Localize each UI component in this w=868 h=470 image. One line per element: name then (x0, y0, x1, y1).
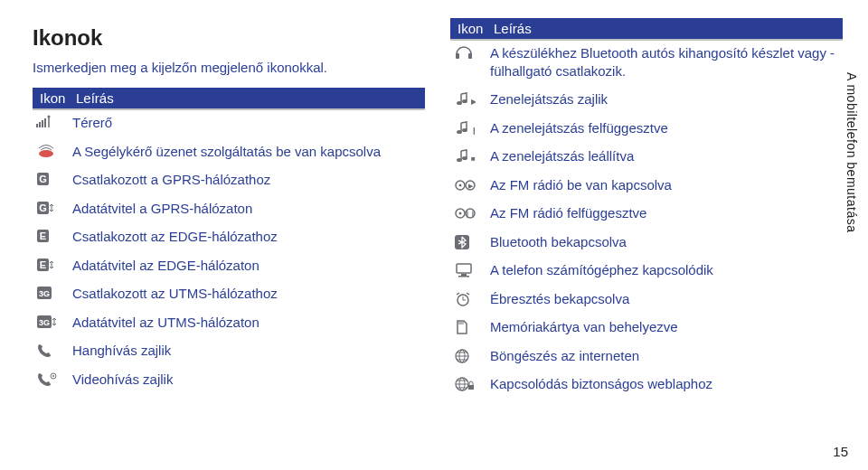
svg-rect-3 (44, 118, 46, 127)
side-label: A mobiltelefon bemutatása (844, 72, 859, 233)
sd-icon (454, 318, 490, 335)
right-column: Ikon Leírás A készülékhez Bluetooth autó… (450, 18, 843, 399)
row-description: Csatlakozott az UTMS-hálózathoz (72, 285, 421, 303)
row-description: Adatátvitel a GPRS-hálózaton (72, 200, 421, 218)
table-row: A Segélykérő üzenet szolgáltatás be van … (33, 137, 425, 166)
header-desc: Leírás (76, 90, 418, 106)
table-row: ▶Zenelejátszás zajlik (450, 85, 843, 114)
svg-rect-22 (468, 53, 472, 59)
table-row: ❙❙A zenelejátszás felfüggesztve (450, 114, 843, 143)
table-row: Bluetooth bekapcsolva (450, 228, 843, 257)
row-description: Csatlakozott az EDGE-hálózathoz (72, 228, 421, 246)
svg-point-24 (462, 99, 467, 103)
svg-rect-42 (461, 274, 467, 276)
G-icon: G (36, 171, 72, 186)
pc-icon (454, 261, 490, 278)
table-row: GAdatátvitel a GPRS-hálózaton (33, 194, 425, 223)
alarm-icon (454, 290, 490, 307)
signal-icon (36, 114, 72, 129)
row-description: Zenelejátszás zajlik (490, 90, 839, 108)
globes-icon (454, 375, 490, 392)
svg-point-37 (459, 212, 462, 215)
svg-text:3G: 3G (39, 289, 50, 298)
table-row: 3GAdatátvitel az UTMS-hálózaton (33, 308, 425, 337)
row-description: Az FM rádió felfüggesztve (490, 204, 839, 222)
Etx-icon: E (36, 257, 72, 272)
row-description: Hanghívás zajlik (72, 342, 421, 360)
svg-text:❙❙: ❙❙ (465, 211, 476, 218)
header-icon: Ikon (458, 21, 494, 36)
svg-text:■: ■ (471, 155, 476, 163)
svg-point-5 (48, 116, 51, 118)
svg-rect-21 (456, 53, 459, 59)
svg-rect-2 (42, 120, 43, 127)
table-row: Böngészés az interneten (450, 342, 843, 371)
row-description: A készülékhez Bluetooth autós kihangosít… (490, 44, 839, 80)
svg-text:▶: ▶ (471, 98, 476, 106)
table-row: 3GCsatlakozott az UTMS-hálózathoz (33, 279, 425, 308)
svg-point-30 (462, 156, 467, 160)
row-description: Kapcsolódás biztonságos weblaphoz (490, 375, 839, 393)
table-row: ■A zenelejátszás leállítva (450, 142, 843, 171)
page-number: 15 (833, 444, 848, 459)
table-row: A telefon számítógéphez kapcsolódik (450, 256, 843, 285)
svg-text:E: E (40, 259, 46, 270)
svg-rect-41 (457, 264, 471, 273)
svg-rect-43 (458, 276, 469, 277)
svg-point-27 (462, 128, 467, 132)
call-icon (36, 342, 72, 359)
row-description: Bluetooth bekapcsolva (490, 233, 839, 251)
page-title: Ikonok (33, 25, 425, 51)
fm-icon: ▶ (454, 176, 490, 193)
table-row: Térerő (33, 108, 425, 137)
table-row: ECsatlakozott az EDGE-hálózathoz (33, 222, 425, 251)
globe-icon (454, 347, 490, 364)
sos-icon (36, 143, 72, 158)
svg-rect-62 (468, 385, 474, 390)
svg-point-23 (457, 101, 462, 105)
svg-text:G: G (39, 202, 47, 213)
vcall-icon (36, 371, 72, 388)
row-description: Memóriakártya van behelyezve (490, 318, 839, 336)
left-column: Ikonok Ismerkedjen meg a kijelzőn megjel… (33, 18, 425, 399)
svg-text:❙❙: ❙❙ (471, 127, 476, 135)
header-icon: Ikon (40, 90, 76, 106)
svg-line-47 (457, 293, 459, 295)
row-description: Csatlakozott a GPRS-hálózathoz (72, 171, 421, 189)
music-icon: ▶ (454, 90, 490, 108)
table-row: GCsatlakozott a GPRS-hálózathoz (33, 165, 425, 194)
svg-point-20 (52, 375, 54, 377)
table-row: Memóriakártya van behelyezve (450, 313, 843, 342)
E-icon: E (36, 228, 72, 243)
svg-point-26 (457, 130, 462, 134)
svg-text:3G: 3G (39, 318, 50, 327)
row-description: Az FM rádió be van kapcsolva (490, 176, 839, 194)
svg-point-6 (39, 150, 53, 157)
row-description: Böngészés az interneten (490, 347, 839, 365)
header-desc: Leírás (494, 21, 835, 36)
row-description: A zenelejátszás felfüggesztve (490, 119, 839, 137)
row-description: Adatátvitel az EDGE-hálózaton (72, 257, 421, 275)
svg-point-33 (459, 183, 462, 186)
svg-line-48 (467, 293, 469, 295)
row-description: A telefon számítógéphez kapcsolódik (490, 261, 839, 279)
fmp-icon: ❙❙ (454, 204, 490, 221)
table-row: Videohívás zajlik (33, 365, 425, 394)
table-header-left: Ikon Leírás (33, 88, 425, 108)
bthead-icon (454, 44, 490, 61)
3G-icon: 3G (36, 285, 72, 300)
intro-text: Ismerkedjen meg a kijelzőn megjelenő iko… (33, 60, 425, 75)
row-description: Adatátvitel az UTMS-hálózaton (72, 314, 421, 332)
row-description: A zenelejátszás leállítva (490, 147, 839, 165)
row-description: A Segélykérő üzenet szolgáltatás be van … (72, 143, 421, 161)
svg-text:E: E (40, 230, 46, 241)
table-row: ▶Az FM rádió be van kapcsolva (450, 171, 843, 200)
svg-rect-1 (39, 122, 41, 127)
Gtx-icon: G (36, 200, 72, 215)
3Gtx-icon: 3G (36, 314, 72, 329)
svg-rect-0 (36, 124, 38, 127)
table-row: A készülékhez Bluetooth autós kihangosít… (450, 39, 843, 85)
table-row: ❙❙Az FM rádió felfüggesztve (450, 199, 843, 228)
svg-point-29 (457, 158, 462, 162)
table-row: Ébresztés bekapcsolva (450, 285, 843, 314)
